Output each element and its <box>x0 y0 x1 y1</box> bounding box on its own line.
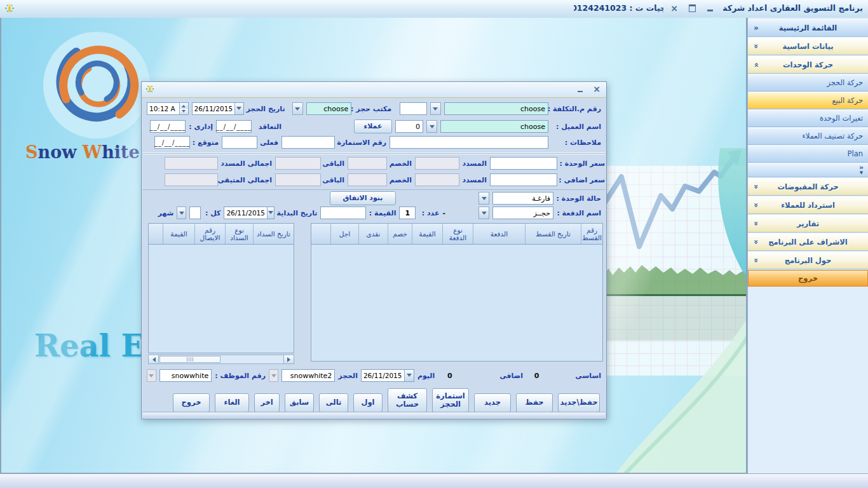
col-installment-no: رقم القسط <box>581 224 602 244</box>
employee-combo-arrow[interactable] <box>147 369 156 382</box>
agreement-terms-button[interactable]: بنود الاتفاق <box>330 191 396 205</box>
total-paid-readonly <box>165 157 218 170</box>
amount-input[interactable] <box>320 207 366 219</box>
payment-name-combo[interactable]: حجــز <box>492 207 553 219</box>
installments-table-header: رقم القسط تاريخ القسط الدفعة نوع الدفعة … <box>311 224 602 245</box>
sidebar-item-sale-movement[interactable]: حركة البيع <box>748 92 868 109</box>
time-up-icon[interactable] <box>180 103 188 109</box>
sidebar-item-receipts[interactable]: حركة المقبوضات <box>748 178 868 196</box>
code-input[interactable] <box>400 102 427 115</box>
unit-status-arrow[interactable] <box>478 192 489 205</box>
sidebar-item-unit-changes[interactable]: تغيرات الوحدة <box>748 110 868 127</box>
remaining2-label: الباقى <box>324 176 344 184</box>
form-number-input[interactable] <box>281 136 335 149</box>
booking-office-label: مكتب حجز : <box>355 105 391 113</box>
client-name-combo[interactable]: choose <box>440 120 548 133</box>
admin-date-input[interactable]: __/__/____ <box>150 120 186 133</box>
payments-table-body[interactable] <box>149 245 294 353</box>
remaining2-readonly <box>275 173 321 186</box>
sidebar-item-reports[interactable]: تقارير <box>748 215 868 233</box>
paid-label: المسدد <box>463 159 487 168</box>
start-date-arrow[interactable] <box>267 207 274 219</box>
booking-form-button[interactable]: استمارة الحجز <box>432 388 469 412</box>
prices-section: سعر الوحدة : المسدد الخصم الباقى اجمالى … <box>143 153 605 190</box>
sidebar-item-main-menu[interactable]: القائمة الرئيسية <box>748 19 868 37</box>
booking-office-combo[interactable]: choose <box>306 102 352 115</box>
extra-value: 0 <box>447 372 452 380</box>
today-date-picker[interactable]: 26/11/2015 <box>361 369 414 382</box>
payment-name-arrow[interactable] <box>478 207 489 219</box>
unit-price-input[interactable] <box>490 157 557 170</box>
window-controls <box>663 0 721 17</box>
scroll-left-icon[interactable] <box>149 355 159 363</box>
paid2-readonly <box>415 173 459 186</box>
minimize-icon[interactable] <box>705 4 714 13</box>
restore-icon[interactable] <box>688 4 696 13</box>
account-statement-button[interactable]: كشف حساب <box>388 388 427 412</box>
chart-decoration <box>602 148 747 474</box>
office-combo-arrow[interactable] <box>292 102 303 115</box>
booking-user-arrow[interactable] <box>269 369 278 382</box>
sidebar-item-plan[interactable]: Plan <box>748 146 868 163</box>
unit-status-combo[interactable]: فارغـة <box>492 192 553 205</box>
chevrons-down-icon <box>754 215 759 232</box>
expected-date-input[interactable]: __/__/____ <box>154 136 190 149</box>
sidebar-item-client-refund[interactable]: استرداد للعملاء <box>748 196 868 214</box>
client-number-input[interactable]: 0 <box>395 120 423 133</box>
sidebar-item-basic-data[interactable]: بيانات اساسية <box>748 37 868 55</box>
time-down-icon[interactable] <box>180 109 188 114</box>
col-installment-date: تاريخ القسط <box>525 224 581 244</box>
date-dropdown-arrow[interactable] <box>234 103 243 114</box>
horizontal-scrollbar[interactable] <box>148 355 294 364</box>
basic-value: 0 <box>534 372 539 380</box>
save-new-button[interactable]: حفظ\جديد <box>558 393 600 412</box>
last-button[interactable]: اخر <box>254 393 280 412</box>
contract-date-input[interactable]: __/__/____ <box>216 120 252 133</box>
col-pay-value: القيمة <box>163 224 194 244</box>
sidebar-item-client-classification[interactable]: حركة تصنيف العملاء <box>748 128 868 145</box>
close-icon[interactable] <box>670 4 679 13</box>
next-button[interactable]: تالى <box>319 393 348 412</box>
sidebar-expand-item[interactable]: »▼ <box>748 163 868 177</box>
remaining-label: الباقى <box>324 159 344 168</box>
booking-user-combo[interactable]: snowwhite2 <box>281 369 335 382</box>
exit-button[interactable]: خروج <box>173 393 210 412</box>
clients-button[interactable]: عملاء <box>354 119 392 133</box>
new-button[interactable]: جديد <box>474 393 511 412</box>
sidebar-item-program-supervision[interactable]: الاشراف على البرنامج <box>748 233 868 251</box>
cost-number-label: رقم م.التكلفة : <box>552 105 601 113</box>
notes-input[interactable] <box>390 136 548 149</box>
sidebar-item-booking-movement[interactable]: حركة الحجز <box>748 74 868 92</box>
actual-date-input[interactable] <box>222 136 257 149</box>
today-date-arrow[interactable] <box>404 370 414 381</box>
count-input[interactable]: 1 <box>399 207 416 219</box>
dialog-close-icon[interactable] <box>592 85 601 93</box>
scroll-right-icon[interactable] <box>283 355 294 363</box>
today-label: اليوم <box>417 372 435 380</box>
extra-price-input[interactable] <box>490 173 557 186</box>
sidebar-item-exit[interactable]: خروج <box>748 270 868 287</box>
payments-table[interactable]: تاريخ السداد نوع السداد رقم الايصال القي… <box>148 223 294 353</box>
start-date-picker[interactable]: 26/11/2015 <box>224 207 275 219</box>
count-label: عدد : <box>419 209 439 217</box>
sidebar-item-about[interactable]: حول البرنامج <box>748 252 868 269</box>
sidebar-item-unit-movement[interactable]: حركة الوحدات <box>748 56 868 74</box>
installments-table[interactable]: رقم القسط تاريخ القسط الدفعة نوع الدفعة … <box>311 223 603 362</box>
cost-combo-arrow[interactable] <box>430 102 441 115</box>
cost-number-combo[interactable]: choose <box>444 102 548 115</box>
save-button[interactable]: حفظ <box>516 393 553 412</box>
booking-date-picker[interactable]: 26/11/2015 <box>192 102 244 115</box>
scrollbar-thumb[interactable] <box>159 356 220 363</box>
period-combo[interactable] <box>189 207 201 219</box>
cancel-button[interactable]: الغاء <box>215 393 249 412</box>
booking-time-spinner[interactable]: 10:12 A <box>147 102 189 115</box>
dialog-minimize-icon[interactable] <box>576 85 585 93</box>
form-number-label: رقم الاستمارة : <box>338 139 386 147</box>
previous-button[interactable]: سابق <box>285 393 314 412</box>
installments-table-body[interactable] <box>311 245 602 361</box>
employee-combo[interactable]: snowwhite <box>159 369 212 382</box>
first-button[interactable]: اول <box>353 393 383 412</box>
period-combo-arrow[interactable] <box>177 207 186 219</box>
client-combo-arrow[interactable] <box>426 120 437 133</box>
start-date-label: تاريخ البداية : <box>278 209 317 217</box>
